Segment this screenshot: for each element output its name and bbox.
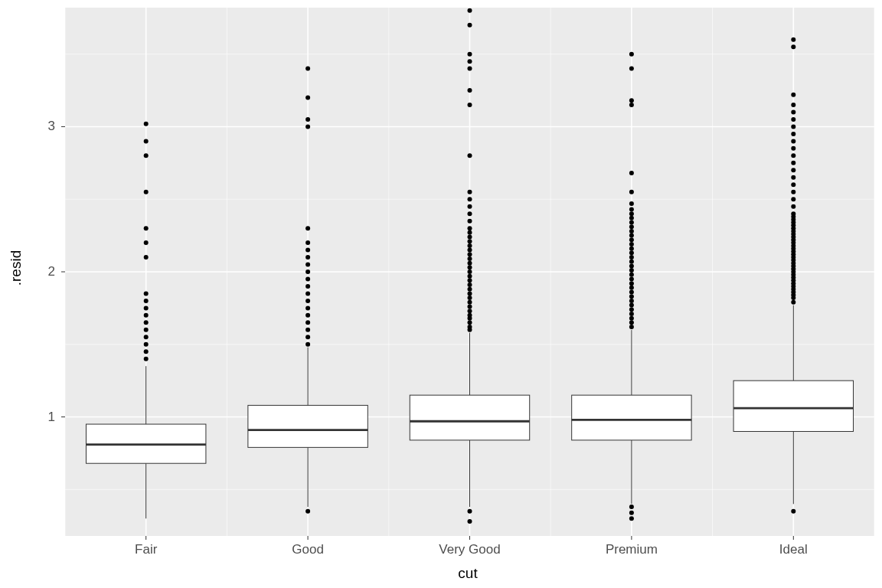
outlier-point (468, 226, 472, 230)
outlier-point (629, 207, 634, 211)
outlier-point (468, 248, 472, 253)
outlier-point (468, 8, 472, 13)
outlier-point (629, 171, 634, 175)
y-tick-label: 3 (9, 119, 55, 134)
outlier-point (791, 211, 795, 216)
outlier-point (468, 291, 472, 296)
box (248, 405, 368, 447)
outlier-point (629, 216, 634, 220)
outlier-point (305, 67, 310, 71)
outlier-point (629, 224, 634, 229)
outlier-point (629, 234, 634, 238)
outlier-point (305, 305, 310, 310)
outlier-point (791, 204, 795, 209)
outlier-point (629, 255, 634, 260)
outlier-point (305, 328, 310, 332)
x-tick-label: Premium (606, 542, 658, 557)
outlier-point (305, 270, 310, 274)
outlier-point (144, 299, 149, 303)
outlier-point (305, 124, 310, 129)
outlier-point (144, 153, 149, 158)
boxplot-chart: .resid 123 FairGoodVery GoodPremiumIdeal… (0, 0, 882, 588)
outlier-point (468, 300, 472, 305)
outlier-point (305, 240, 310, 245)
y-tick-label: 1 (9, 410, 55, 425)
box (572, 395, 691, 440)
outlier-point (791, 146, 795, 151)
outlier-point (629, 98, 634, 103)
box (410, 395, 529, 440)
outlier-point (305, 248, 310, 253)
box (733, 381, 853, 431)
outlier-point (629, 316, 634, 321)
outlier-point (791, 197, 795, 201)
outlier-point (791, 509, 795, 514)
outlier-point (629, 516, 634, 521)
outlier-point (144, 122, 149, 126)
outlier-point (791, 117, 795, 122)
outlier-point (305, 226, 310, 230)
outlier-point (305, 276, 310, 281)
x-tick-label: Ideal (779, 542, 808, 557)
outlier-point (629, 290, 634, 295)
outlier-point (629, 268, 634, 273)
outlier-point (305, 509, 310, 514)
outlier-point (305, 291, 310, 296)
outlier-point (791, 153, 795, 158)
outlier-point (144, 240, 149, 245)
x-tick-label: Fair (135, 542, 157, 557)
outlier-point (468, 197, 472, 201)
outlier-point (468, 304, 472, 309)
outlier-point (305, 255, 310, 260)
outlier-point (468, 230, 472, 235)
outlier-point (468, 519, 472, 524)
outlier-point (468, 243, 472, 248)
outlier-point (629, 505, 634, 509)
outlier-point (629, 229, 634, 234)
outlier-point (305, 335, 310, 339)
outlier-point (791, 182, 795, 187)
outlier-point (629, 220, 634, 225)
outlier-point (468, 239, 472, 243)
x-tick-label: Very Good (439, 542, 500, 557)
outlier-point (144, 313, 149, 318)
outlier-point (629, 273, 634, 277)
outlier-point (144, 226, 149, 230)
outlier-point (305, 263, 310, 267)
outlier-point (468, 278, 472, 283)
plot-svg (0, 0, 882, 588)
outlier-point (629, 190, 634, 194)
outlier-point (144, 291, 149, 296)
outlier-point (791, 300, 795, 305)
outlier-point (791, 109, 795, 114)
outlier-point (629, 299, 634, 303)
outlier-point (468, 153, 472, 158)
outlier-point (144, 335, 149, 339)
outlier-point (629, 237, 634, 242)
y-tick-label: 2 (9, 264, 55, 279)
outlier-point (629, 263, 634, 268)
outlier-point (468, 256, 472, 261)
outlier-point (144, 139, 149, 143)
outlier-point (629, 211, 634, 216)
outlier-point (468, 270, 472, 274)
outlier-point (468, 320, 472, 325)
outlier-point (468, 265, 472, 270)
outlier-point (468, 219, 472, 224)
outlier-point (468, 211, 472, 216)
outlier-point (144, 349, 149, 354)
outlier-point (468, 274, 472, 279)
outlier-point (468, 23, 472, 28)
outlier-point (468, 190, 472, 194)
outlier-point (468, 296, 472, 300)
outlier-point (468, 67, 472, 71)
outlier-point (468, 88, 472, 93)
outlier-point (305, 313, 310, 318)
outlier-point (629, 303, 634, 308)
outlier-point (468, 204, 472, 209)
outlier-point (629, 286, 634, 290)
outlier-point (305, 320, 310, 325)
outlier-point (791, 124, 795, 129)
outlier-point (629, 67, 634, 71)
outlier-point (468, 252, 472, 256)
